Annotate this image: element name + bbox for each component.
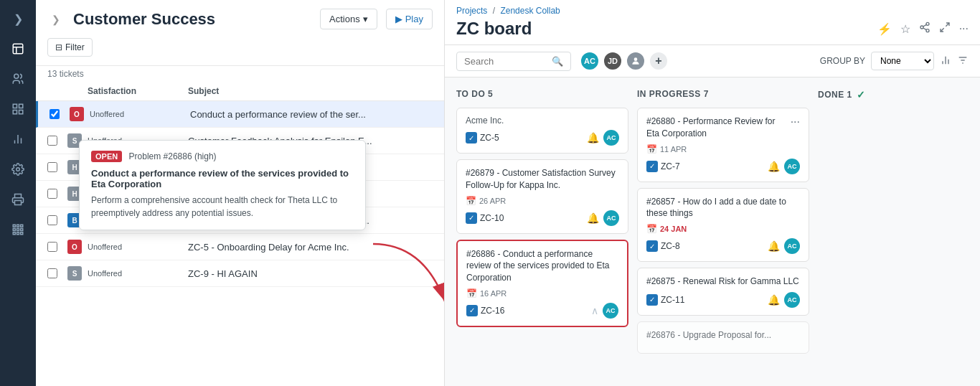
board-card[interactable]: #26879 - Customer Satisfaction Survey Fo… <box>456 159 628 234</box>
svg-rect-7 <box>19 110 23 114</box>
card-ticket: ✓ ZC-5 <box>466 132 499 143</box>
svg-rect-19 <box>13 232 15 235</box>
avatar-2[interactable]: JD <box>603 51 623 71</box>
subject-cell: Conduct a performance review of the ser.… <box>190 109 433 120</box>
card-check-icon: ✓ <box>646 240 658 252</box>
avatar-1[interactable]: AC <box>580 51 600 71</box>
row-checkbox[interactable] <box>47 136 57 146</box>
card-check-icon: ✓ <box>466 212 477 224</box>
card-title: #26857 - How do I add a due date to thes… <box>646 196 800 220</box>
board-card[interactable]: #26857 - How do I add a due date to thes… <box>637 188 809 263</box>
play-button[interactable]: ▶ Play <box>386 9 433 29</box>
avatar-3[interactable] <box>626 51 646 71</box>
card-date: 📅 24 JAN <box>646 224 800 234</box>
search-icon: 🔍 <box>552 56 563 67</box>
card-action-icons: 🔔 AC <box>587 210 619 226</box>
card-avatar: AC <box>784 292 800 308</box>
svg-point-3 <box>14 74 19 78</box>
calendar-icon: 📅 <box>646 224 657 234</box>
card-avatar: AC <box>603 130 619 146</box>
satisfaction-header: Satisfaction <box>88 86 188 96</box>
card-ticket-id: ZC-11 <box>661 295 684 305</box>
dashboard-icon[interactable] <box>5 96 31 122</box>
board-title: ZC board <box>456 19 532 39</box>
add-member-button[interactable]: + <box>649 51 669 71</box>
row-checkbox[interactable] <box>47 162 57 172</box>
filter-options-icon[interactable] <box>957 55 969 68</box>
board-card-highlighted[interactable]: #26886 - Conduct a performance review of… <box>456 240 628 327</box>
right-panel: Projects / Zendesk Collab ZC board ⚡ ☆ ·… <box>445 0 980 386</box>
play-icon: ▶ <box>395 14 402 24</box>
share-icon[interactable] <box>919 22 930 36</box>
column-done: DONE 1 ✓ <box>818 86 980 377</box>
breadcrumb-project[interactable]: Zendesk Collab <box>500 6 560 16</box>
ticket-count: 13 tickets <box>36 66 444 82</box>
row-checkbox[interactable] <box>47 268 57 278</box>
print-icon[interactable] <box>5 187 31 212</box>
svg-line-29 <box>941 28 944 32</box>
board-card[interactable]: #26880 - Performance Review for Eta Corp… <box>637 108 809 182</box>
apps-icon[interactable] <box>5 217 31 243</box>
filter-button[interactable]: ⊟ Filter <box>47 38 93 57</box>
card-ticket-id: ZC-7 <box>661 161 680 171</box>
chart-view-icon[interactable] <box>940 55 951 68</box>
svg-line-26 <box>923 28 926 30</box>
avatar-group: AC JD + <box>580 51 669 71</box>
expand-icon[interactable] <box>939 22 951 36</box>
ticket-type-icon: O <box>67 240 82 254</box>
svg-rect-21 <box>21 232 23 235</box>
card-company: Acme Inc. <box>466 116 619 126</box>
svg-rect-16 <box>13 229 15 231</box>
settings-icon[interactable] <box>5 156 31 182</box>
ticket-type-icon: O <box>70 107 84 121</box>
collapse-button[interactable]: ❯ <box>47 11 65 28</box>
board-card[interactable]: Acme Inc. ✓ ZC-5 🔔 AC <box>456 108 628 154</box>
breadcrumb-projects[interactable]: Projects <box>456 6 487 16</box>
table-row[interactable]: O Unoffered ZC-5 - Onboarding Delay for … <box>36 234 444 260</box>
row-checkbox[interactable] <box>47 242 57 252</box>
users-icon[interactable] <box>5 66 31 92</box>
bell-icon: 🔔 <box>587 132 599 143</box>
column-header-done: DONE 1 ✓ <box>818 86 980 103</box>
popup-subtitle: OPEN Problem #26886 (high) <box>91 151 354 162</box>
calendar-icon: 📅 <box>466 196 476 206</box>
card-ticket: ✓ ZC-7 <box>646 161 680 172</box>
table-row[interactable]: O Unoffered Conduct a performance review… <box>36 101 444 128</box>
table-row[interactable]: S Unoffered ZC-9 - HI AGAIN <box>36 260 444 287</box>
card-more-button[interactable]: ··· <box>791 116 800 128</box>
done-check-icon: ✓ <box>857 89 866 100</box>
more-options-icon[interactable]: ··· <box>959 22 969 35</box>
svg-rect-20 <box>17 232 19 235</box>
card-ticket-row: ✓ ZC-11 🔔 AC <box>646 292 800 308</box>
chevron-down-icon: ▾ <box>363 14 368 24</box>
lightning-icon[interactable]: ⚡ <box>877 22 892 36</box>
subject-header: Subject <box>188 86 433 96</box>
row-checkbox[interactable] <box>47 215 57 225</box>
search-input[interactable] <box>464 56 547 67</box>
card-ticket-id: ZC-5 <box>480 133 499 143</box>
sidebar: ❯ <box>0 0 36 386</box>
calendar-icon: 📅 <box>646 144 657 154</box>
svg-rect-17 <box>17 229 19 231</box>
satisfaction-cell: Unoffered <box>88 243 188 251</box>
chart-icon[interactable] <box>5 126 31 152</box>
row-checkbox[interactable] <box>47 189 57 199</box>
groupby-label: GROUP BY <box>820 56 865 66</box>
bell-icon: 🔔 <box>768 294 780 306</box>
board-toolbar: 🔍 AC JD + GROUP BY None Assignee Priorit… <box>445 45 980 77</box>
actions-button[interactable]: Actions ▾ <box>320 9 377 29</box>
ticket-icon[interactable] <box>5 36 31 62</box>
card-title: #26876 - Upgrade Proposal for... <box>646 329 800 342</box>
board-card[interactable]: #26876 - Upgrade Proposal for... <box>637 321 809 354</box>
table-header: Satisfaction Subject <box>36 82 444 101</box>
card-ticket: ✓ ZC-10 <box>466 212 504 224</box>
board-card[interactable]: #26875 - Renewal Risk for Gamma LLC ✓ ZC… <box>637 268 809 316</box>
groupby-select[interactable]: None Assignee Priority <box>871 52 934 70</box>
card-header-row: #26880 - Performance Review for Eta Corp… <box>646 116 800 144</box>
svg-point-11 <box>17 168 20 171</box>
row-checkbox[interactable] <box>50 109 60 119</box>
breadcrumb: Projects / Zendesk Collab <box>456 6 969 16</box>
satisfaction-cell: Unoffered <box>90 110 190 118</box>
star-icon[interactable]: ☆ <box>900 22 910 36</box>
chevron-right-icon[interactable]: ❯ <box>5 6 31 32</box>
